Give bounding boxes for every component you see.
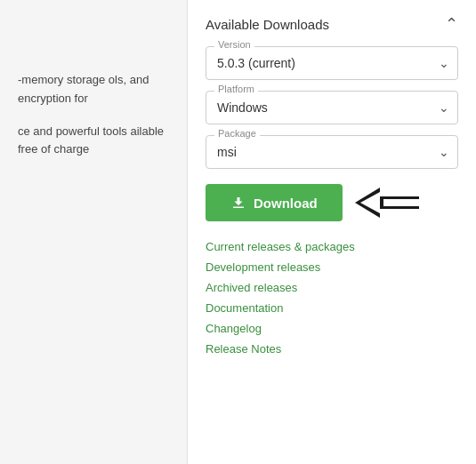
platform-select-wrapper: Windows Linux macOS ⌄	[206, 91, 458, 124]
left-text-1: -memory storage ols, and encryption for	[18, 71, 169, 108]
right-panel: Available Downloads ⌃ Version 5.0.3 (cur…	[187, 0, 476, 464]
version-label: Version	[214, 39, 254, 50]
package-select[interactable]: msi zip exe	[206, 135, 458, 169]
package-field-group: Package msi zip exe ⌄	[206, 135, 458, 169]
link-current-releases[interactable]: Current releases & packages	[206, 240, 458, 253]
platform-select[interactable]: Windows Linux macOS	[206, 91, 458, 124]
platform-field-group: Platform Windows Linux macOS ⌄	[206, 91, 458, 124]
download-area: Download	[206, 183, 458, 222]
collapse-icon[interactable]: ⌃	[445, 16, 458, 32]
arrow-pointing-left-icon	[355, 183, 419, 222]
link-changelog[interactable]: Changelog	[206, 322, 458, 335]
svg-rect-4	[383, 199, 419, 206]
left-text-2: ce and powerful tools ailable free of ch…	[18, 123, 169, 160]
version-select-wrapper: 5.0.3 (current) 5.0.2 5.0.1 4.9.0 ⌄	[206, 46, 458, 80]
version-field-group: Version 5.0.3 (current) 5.0.2 5.0.1 4.9.…	[206, 46, 458, 80]
package-label: Package	[214, 128, 260, 139]
svg-rect-0	[233, 207, 244, 209]
link-documentation[interactable]: Documentation	[206, 301, 458, 315]
left-panel: -memory storage ols, and encryption for …	[0, 0, 187, 464]
arrow-indicator	[355, 183, 419, 222]
version-select[interactable]: 5.0.3 (current) 5.0.2 5.0.1 4.9.0	[206, 46, 458, 80]
links-section: Current releases & packages Development …	[206, 240, 458, 356]
download-button[interactable]: Download	[206, 184, 343, 221]
link-archived-releases[interactable]: Archived releases	[206, 281, 458, 294]
platform-label: Platform	[214, 84, 258, 94]
download-icon	[230, 195, 246, 211]
link-development-releases[interactable]: Development releases	[206, 260, 458, 274]
link-release-notes[interactable]: Release Notes	[206, 342, 458, 356]
download-button-label: Download	[254, 196, 318, 211]
package-select-wrapper: msi zip exe ⌄	[206, 135, 458, 169]
panel-title: Available Downloads	[206, 17, 329, 32]
panel-header: Available Downloads ⌃	[206, 16, 458, 32]
